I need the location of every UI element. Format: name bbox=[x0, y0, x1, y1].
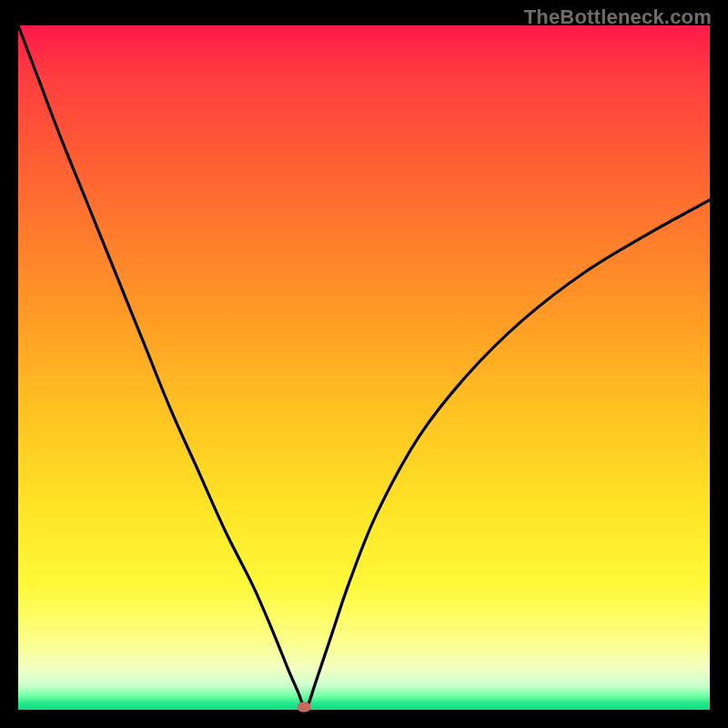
chart-frame: TheBottleneck.com bbox=[0, 0, 728, 728]
plot-area bbox=[18, 25, 710, 710]
bottleneck-curve bbox=[18, 25, 710, 710]
minimum-marker bbox=[297, 702, 310, 712]
